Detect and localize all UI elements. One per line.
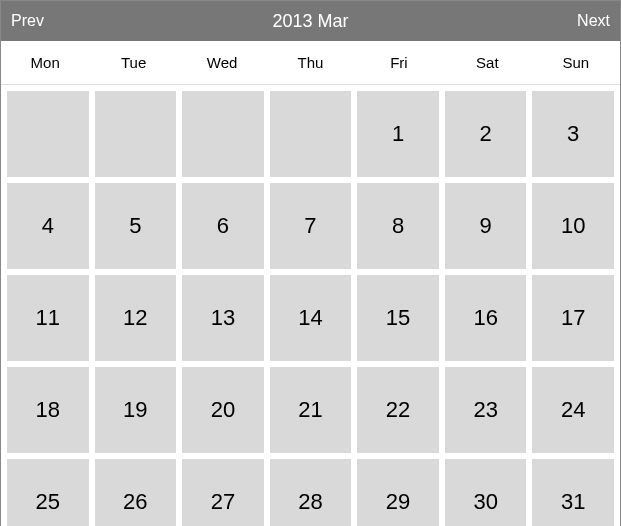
day-cell[interactable]: 21 <box>270 367 352 453</box>
day-cell[interactable]: 23 <box>445 367 527 453</box>
day-cell-empty <box>182 91 264 177</box>
day-cell-empty <box>7 91 89 177</box>
day-name-sun: Sun <box>532 41 620 84</box>
day-cell[interactable]: 16 <box>445 275 527 361</box>
day-cell[interactable]: 29 <box>357 459 439 526</box>
day-cell[interactable]: 12 <box>95 275 177 361</box>
day-cell[interactable]: 14 <box>270 275 352 361</box>
calendar-title: 2013 Mar <box>272 11 348 32</box>
day-cell[interactable]: 26 <box>95 459 177 526</box>
day-names-row: Mon Tue Wed Thu Fri Sat Sun <box>1 41 620 85</box>
day-cell[interactable]: 1 <box>357 91 439 177</box>
day-cell[interactable]: 17 <box>532 275 614 361</box>
day-name-wed: Wed <box>178 41 266 84</box>
day-name-mon: Mon <box>1 41 89 84</box>
day-cell[interactable]: 3 <box>532 91 614 177</box>
day-cell[interactable]: 2 <box>445 91 527 177</box>
day-cell[interactable]: 4 <box>7 183 89 269</box>
day-cell[interactable]: 9 <box>445 183 527 269</box>
day-cell[interactable]: 18 <box>7 367 89 453</box>
day-cell[interactable]: 27 <box>182 459 264 526</box>
next-button[interactable]: Next <box>577 12 610 30</box>
day-cell[interactable]: 31 <box>532 459 614 526</box>
day-cell[interactable]: 22 <box>357 367 439 453</box>
prev-button[interactable]: Prev <box>11 12 44 30</box>
day-cell[interactable]: 28 <box>270 459 352 526</box>
day-cell[interactable]: 11 <box>7 275 89 361</box>
day-name-tue: Tue <box>89 41 177 84</box>
day-cell[interactable]: 13 <box>182 275 264 361</box>
day-cell-empty <box>95 91 177 177</box>
day-cell[interactable]: 8 <box>357 183 439 269</box>
day-name-thu: Thu <box>266 41 354 84</box>
calendar-header: Prev 2013 Mar Next <box>1 1 620 41</box>
day-name-fri: Fri <box>355 41 443 84</box>
day-cell-empty <box>270 91 352 177</box>
day-name-sat: Sat <box>443 41 531 84</box>
day-cell[interactable]: 7 <box>270 183 352 269</box>
day-cell[interactable]: 15 <box>357 275 439 361</box>
day-cell[interactable]: 10 <box>532 183 614 269</box>
day-cell[interactable]: 20 <box>182 367 264 453</box>
calendar: Prev 2013 Mar Next Mon Tue Wed Thu Fri S… <box>0 0 621 526</box>
day-cell[interactable]: 30 <box>445 459 527 526</box>
day-cell[interactable]: 24 <box>532 367 614 453</box>
day-cell[interactable]: 19 <box>95 367 177 453</box>
day-cell[interactable]: 25 <box>7 459 89 526</box>
calendar-grid: 1234567891011121314151617181920212223242… <box>1 85 620 526</box>
day-cell[interactable]: 6 <box>182 183 264 269</box>
day-cell[interactable]: 5 <box>95 183 177 269</box>
